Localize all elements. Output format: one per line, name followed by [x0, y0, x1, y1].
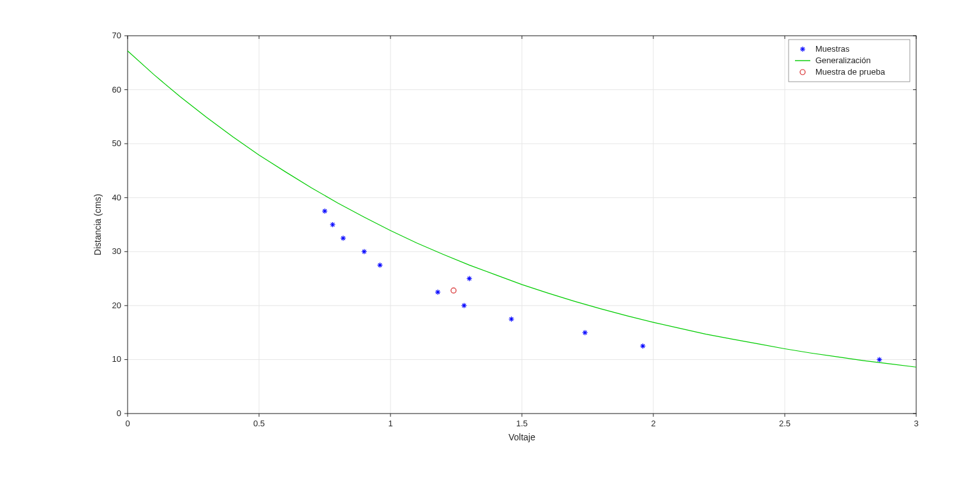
- y-tick-label: 50: [112, 138, 121, 148]
- y-tick-label: 30: [112, 246, 121, 256]
- data-point-muestras: [461, 303, 466, 308]
- chart-svg: 00.511.522.53010203040506070VoltajeDista…: [0, 0, 980, 478]
- legend-entry-label: Muestra de prueba: [815, 67, 886, 77]
- data-point-muestras: [641, 343, 646, 348]
- x-tick-label: 0: [125, 419, 130, 428]
- x-tick-label: 0.5: [253, 419, 265, 428]
- x-tick-label: 1.5: [516, 419, 528, 428]
- y-tick-label: 0: [117, 408, 121, 418]
- data-point-muestras: [583, 330, 588, 335]
- data-point-muestras: [467, 276, 472, 281]
- y-tick-label: 20: [112, 301, 121, 310]
- data-point-muestras: [877, 357, 882, 362]
- data-point-muestras: [509, 317, 514, 322]
- data-point-muestras: [362, 249, 367, 254]
- y-tick-label: 40: [112, 193, 121, 202]
- chart-container: 00.511.522.53010203040506070VoltajeDista…: [0, 0, 980, 478]
- x-tick-label: 2: [651, 419, 655, 428]
- y-tick-label: 70: [112, 31, 121, 40]
- y-axis-label: Distancia (cms): [93, 194, 103, 255]
- legend-entry-label: Muestras: [815, 44, 850, 54]
- x-tick-label: 3: [914, 419, 918, 428]
- data-point-muestras: [330, 222, 335, 227]
- legend-entry-label: Generalización: [815, 56, 871, 65]
- y-tick-label: 10: [112, 354, 121, 364]
- x-axis-label: Voltaje: [509, 432, 535, 442]
- legend: MuestrasGeneralizaciónMuestra de prueba: [789, 40, 910, 82]
- data-point-muestras: [341, 235, 346, 241]
- data-point-muestras: [322, 209, 327, 214]
- data-point-muestras: [800, 47, 805, 52]
- x-tick-label: 1: [388, 419, 392, 428]
- x-tick-label: 2.5: [779, 419, 791, 428]
- data-point-muestras: [378, 262, 383, 267]
- data-point-muestras: [435, 290, 440, 295]
- y-tick-label: 60: [112, 85, 121, 94]
